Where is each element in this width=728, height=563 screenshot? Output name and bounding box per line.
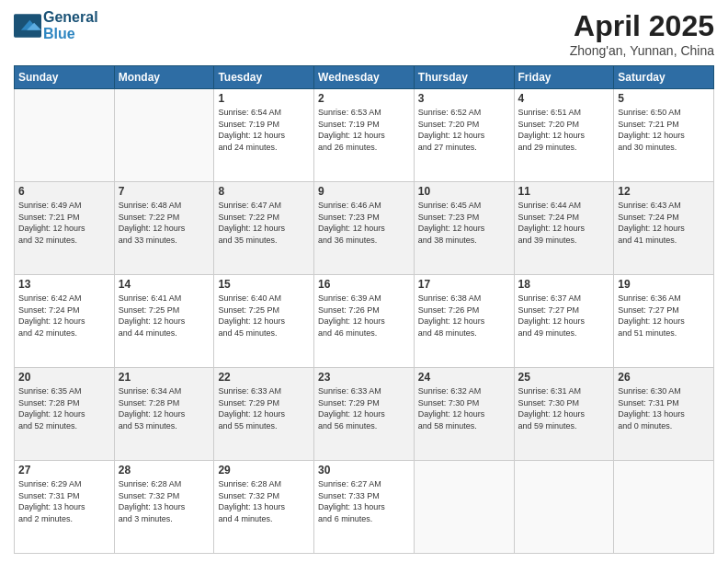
day-info: Sunrise: 6:41 AM Sunset: 7:25 PM Dayligh…: [119, 293, 210, 339]
day-number: 20: [18, 371, 110, 384]
calendar-cell: 8Sunrise: 6:47 AM Sunset: 7:22 PM Daylig…: [214, 182, 314, 275]
calendar-cell: 17Sunrise: 6:38 AM Sunset: 7:26 PM Dayli…: [414, 275, 514, 368]
weekday-header-wednesday: Wednesday: [314, 66, 415, 89]
day-number: 10: [418, 185, 510, 198]
calendar-cell: 7Sunrise: 6:48 AM Sunset: 7:22 PM Daylig…: [114, 182, 214, 275]
calendar-cell: 26Sunrise: 6:30 AM Sunset: 7:31 PM Dayli…: [614, 368, 714, 461]
day-number: 23: [318, 371, 410, 384]
day-info: Sunrise: 6:45 AM Sunset: 7:23 PM Dayligh…: [418, 200, 510, 246]
calendar-cell: 25Sunrise: 6:31 AM Sunset: 7:30 PM Dayli…: [514, 368, 614, 461]
calendar-cell: 4Sunrise: 6:51 AM Sunset: 7:20 PM Daylig…: [514, 89, 614, 182]
location: Zhong'an, Yunnan, China: [570, 43, 714, 58]
day-info: Sunrise: 6:35 AM Sunset: 7:28 PM Dayligh…: [18, 385, 110, 431]
day-number: 28: [119, 464, 210, 477]
day-info: Sunrise: 6:42 AM Sunset: 7:24 PM Dayligh…: [18, 293, 110, 339]
calendar-cell: 20Sunrise: 6:35 AM Sunset: 7:28 PM Dayli…: [15, 368, 115, 461]
day-number: 13: [18, 278, 110, 291]
weekday-header-monday: Monday: [114, 66, 214, 89]
day-number: 11: [518, 185, 610, 198]
day-number: 1: [218, 92, 310, 105]
day-info: Sunrise: 6:33 AM Sunset: 7:29 PM Dayligh…: [318, 385, 410, 431]
logo: General Blue: [14, 9, 98, 42]
day-info: Sunrise: 6:52 AM Sunset: 7:20 PM Dayligh…: [418, 107, 510, 153]
header: General Blue April 2025 Zhong'an, Yunnan…: [14, 9, 714, 58]
weekday-header-friday: Friday: [514, 66, 614, 89]
month-title: April 2025: [570, 9, 714, 43]
calendar-cell: 23Sunrise: 6:33 AM Sunset: 7:29 PM Dayli…: [314, 368, 415, 461]
day-number: 2: [318, 92, 410, 105]
day-info: Sunrise: 6:54 AM Sunset: 7:19 PM Dayligh…: [218, 107, 310, 153]
day-number: 15: [218, 278, 310, 291]
calendar-cell: 28Sunrise: 6:28 AM Sunset: 7:32 PM Dayli…: [114, 461, 214, 554]
day-info: Sunrise: 6:31 AM Sunset: 7:30 PM Dayligh…: [518, 385, 610, 431]
calendar-cell: 5Sunrise: 6:50 AM Sunset: 7:21 PM Daylig…: [614, 89, 714, 182]
day-info: Sunrise: 6:40 AM Sunset: 7:25 PM Dayligh…: [218, 293, 310, 339]
day-info: Sunrise: 6:38 AM Sunset: 7:26 PM Dayligh…: [418, 293, 510, 339]
day-info: Sunrise: 6:49 AM Sunset: 7:21 PM Dayligh…: [18, 200, 110, 246]
calendar-cell: [114, 89, 214, 182]
week-row-5: 27Sunrise: 6:29 AM Sunset: 7:31 PM Dayli…: [15, 461, 714, 554]
day-info: Sunrise: 6:51 AM Sunset: 7:20 PM Dayligh…: [518, 107, 610, 153]
day-info: Sunrise: 6:30 AM Sunset: 7:31 PM Dayligh…: [618, 385, 710, 431]
week-row-1: 1Sunrise: 6:54 AM Sunset: 7:19 PM Daylig…: [15, 89, 714, 182]
weekday-header-saturday: Saturday: [614, 66, 714, 89]
day-number: 24: [418, 371, 510, 384]
calendar-cell: 9Sunrise: 6:46 AM Sunset: 7:23 PM Daylig…: [314, 182, 415, 275]
calendar-cell: [614, 461, 714, 554]
day-number: 18: [518, 278, 610, 291]
calendar-cell: 6Sunrise: 6:49 AM Sunset: 7:21 PM Daylig…: [15, 182, 115, 275]
day-number: 3: [418, 92, 510, 105]
day-number: 19: [618, 278, 710, 291]
calendar-cell: [514, 461, 614, 554]
day-number: 26: [618, 371, 710, 384]
calendar-cell: 1Sunrise: 6:54 AM Sunset: 7:19 PM Daylig…: [214, 89, 314, 182]
weekday-header-row: SundayMondayTuesdayWednesdayThursdayFrid…: [15, 66, 714, 89]
day-info: Sunrise: 6:36 AM Sunset: 7:27 PM Dayligh…: [618, 293, 710, 339]
day-number: 14: [119, 278, 210, 291]
calendar-cell: 30Sunrise: 6:27 AM Sunset: 7:33 PM Dayli…: [314, 461, 415, 554]
calendar-cell: 27Sunrise: 6:29 AM Sunset: 7:31 PM Dayli…: [15, 461, 115, 554]
weekday-header-sunday: Sunday: [15, 66, 115, 89]
calendar-cell: 3Sunrise: 6:52 AM Sunset: 7:20 PM Daylig…: [414, 89, 514, 182]
day-number: 8: [218, 185, 310, 198]
day-number: 21: [119, 371, 210, 384]
week-row-2: 6Sunrise: 6:49 AM Sunset: 7:21 PM Daylig…: [15, 182, 714, 275]
day-number: 16: [318, 278, 410, 291]
calendar-cell: 18Sunrise: 6:37 AM Sunset: 7:27 PM Dayli…: [514, 275, 614, 368]
week-row-4: 20Sunrise: 6:35 AM Sunset: 7:28 PM Dayli…: [15, 368, 714, 461]
day-number: 5: [618, 92, 710, 105]
day-info: Sunrise: 6:44 AM Sunset: 7:24 PM Dayligh…: [518, 200, 610, 246]
calendar-cell: 13Sunrise: 6:42 AM Sunset: 7:24 PM Dayli…: [15, 275, 115, 368]
calendar-cell: 14Sunrise: 6:41 AM Sunset: 7:25 PM Dayli…: [114, 275, 214, 368]
day-number: 27: [18, 464, 110, 477]
logo-text: General Blue: [43, 9, 98, 42]
day-info: Sunrise: 6:28 AM Sunset: 7:32 PM Dayligh…: [218, 478, 310, 524]
day-info: Sunrise: 6:53 AM Sunset: 7:19 PM Dayligh…: [318, 107, 410, 153]
weekday-header-thursday: Thursday: [414, 66, 514, 89]
title-block: April 2025 Zhong'an, Yunnan, China: [570, 9, 714, 58]
day-info: Sunrise: 6:29 AM Sunset: 7:31 PM Dayligh…: [18, 478, 110, 524]
day-info: Sunrise: 6:33 AM Sunset: 7:29 PM Dayligh…: [218, 385, 310, 431]
day-info: Sunrise: 6:50 AM Sunset: 7:21 PM Dayligh…: [618, 107, 710, 153]
day-info: Sunrise: 6:46 AM Sunset: 7:23 PM Dayligh…: [318, 200, 410, 246]
day-number: 6: [18, 185, 110, 198]
day-number: 25: [518, 371, 610, 384]
day-number: 4: [518, 92, 610, 105]
day-number: 29: [218, 464, 310, 477]
calendar-cell: 19Sunrise: 6:36 AM Sunset: 7:27 PM Dayli…: [614, 275, 714, 368]
week-row-3: 13Sunrise: 6:42 AM Sunset: 7:24 PM Dayli…: [15, 275, 714, 368]
calendar-cell: [414, 461, 514, 554]
day-number: 7: [119, 185, 210, 198]
calendar-cell: 12Sunrise: 6:43 AM Sunset: 7:24 PM Dayli…: [614, 182, 714, 275]
calendar-cell: 11Sunrise: 6:44 AM Sunset: 7:24 PM Dayli…: [514, 182, 614, 275]
day-info: Sunrise: 6:34 AM Sunset: 7:28 PM Dayligh…: [119, 385, 210, 431]
day-info: Sunrise: 6:37 AM Sunset: 7:27 PM Dayligh…: [518, 293, 610, 339]
page: General Blue April 2025 Zhong'an, Yunnan…: [0, 0, 728, 563]
day-info: Sunrise: 6:43 AM Sunset: 7:24 PM Dayligh…: [618, 200, 710, 246]
calendar-cell: 15Sunrise: 6:40 AM Sunset: 7:25 PM Dayli…: [214, 275, 314, 368]
day-info: Sunrise: 6:27 AM Sunset: 7:33 PM Dayligh…: [318, 478, 410, 524]
logo-icon: [14, 13, 41, 39]
calendar-cell: 24Sunrise: 6:32 AM Sunset: 7:30 PM Dayli…: [414, 368, 514, 461]
calendar: SundayMondayTuesdayWednesdayThursdayFrid…: [14, 65, 714, 554]
day-info: Sunrise: 6:39 AM Sunset: 7:26 PM Dayligh…: [318, 293, 410, 339]
